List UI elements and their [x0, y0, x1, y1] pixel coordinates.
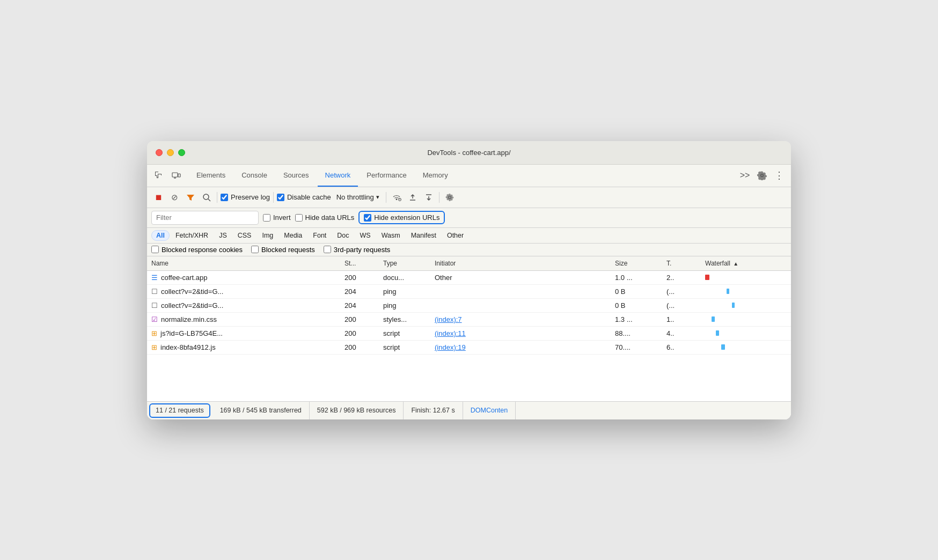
waterfall-bar: [721, 344, 725, 350]
tab-performance[interactable]: Performance: [359, 164, 414, 187]
filter-input[interactable]: [151, 211, 259, 225]
hide-extension-urls-group[interactable]: Hide extension URLs: [358, 211, 445, 224]
svg-point-11: [203, 194, 209, 200]
type-filter-all[interactable]: All: [151, 230, 170, 241]
filter-button[interactable]: [184, 190, 197, 204]
blocked-response-cookies-checkbox[interactable]: [151, 246, 159, 253]
type-filter-ws[interactable]: WS: [355, 230, 376, 241]
third-party-requests-checkbox[interactable]: [324, 246, 331, 253]
network-settings-icon[interactable]: [443, 190, 457, 204]
table-header: Name St... Type Initiator Size T. Waterf…: [147, 256, 791, 271]
css-icon: ☑: [151, 315, 158, 323]
tab-elements[interactable]: Elements: [189, 164, 233, 187]
svg-rect-9: [178, 174, 180, 177]
download-button[interactable]: [422, 190, 436, 204]
type-filter-img[interactable]: Img: [257, 230, 278, 241]
throttle-dropdown[interactable]: No throttling ▾: [333, 192, 383, 202]
waterfall-cell: [705, 344, 787, 350]
script-icon: ⊞: [151, 329, 157, 337]
wifi-settings-icon[interactable]: [390, 190, 404, 204]
checkbox-icon: ☐: [151, 301, 158, 310]
waterfall-cell: [705, 303, 787, 308]
window-title: DevTools - coffee-cart.app/: [427, 149, 510, 157]
col-header-initiator[interactable]: Initiator: [430, 256, 611, 271]
tab-memory[interactable]: Memory: [415, 164, 456, 187]
third-party-requests-group[interactable]: 3rd-party requests: [324, 246, 391, 254]
title-bar: DevTools - coffee-cart.app/: [147, 141, 791, 165]
name-cell: ☐ collect?v=2&tid=G...: [151, 301, 336, 310]
name-cell: ☰ coffee-cart.app: [151, 274, 336, 282]
devtools-body: Elements Console Sources Network Perform…: [147, 165, 791, 419]
cursor-icon[interactable]: [151, 168, 166, 183]
type-filter-wasm[interactable]: Wasm: [377, 230, 405, 241]
col-header-waterfall[interactable]: Waterfall ▲: [701, 256, 791, 271]
toolbar-separator-4: [439, 192, 439, 203]
type-filter-manifest[interactable]: Manifest: [406, 230, 441, 241]
tab-icon-group: [151, 168, 184, 183]
blocked-response-cookies-group[interactable]: Blocked response cookies: [151, 246, 243, 254]
settings-icon[interactable]: [754, 168, 770, 183]
more-tabs-button[interactable]: >>: [737, 168, 752, 183]
tab-network[interactable]: Network: [318, 164, 358, 187]
col-header-name[interactable]: Name: [147, 256, 340, 271]
disable-cache-group[interactable]: Disable cache: [277, 193, 331, 201]
invert-checkbox[interactable]: [263, 214, 270, 222]
col-header-time[interactable]: T.: [662, 256, 701, 271]
preserve-log-group[interactable]: Preserve log: [221, 193, 270, 201]
hide-extension-urls-checkbox[interactable]: [364, 214, 371, 222]
blocked-requests-group[interactable]: Blocked requests: [251, 246, 315, 254]
toolbar-separator-2: [273, 192, 274, 203]
tab-console[interactable]: Console: [234, 164, 275, 187]
initiator-link[interactable]: (index):19: [435, 343, 466, 351]
checkbox-icon: ☐: [151, 288, 158, 296]
record-button[interactable]: ⏹: [151, 190, 165, 204]
maximize-button[interactable]: [178, 149, 185, 156]
status-bar: 11 / 21 requests 169 kB / 545 kB transfe…: [147, 401, 791, 419]
search-button[interactable]: [200, 190, 214, 204]
svg-rect-7: [161, 174, 162, 175]
initiator-link[interactable]: (index):7: [435, 315, 462, 323]
type-filter-font[interactable]: Font: [308, 230, 331, 241]
type-filter-fetch-xhr[interactable]: Fetch/XHR: [171, 230, 213, 241]
clear-button[interactable]: ⊘: [167, 190, 181, 204]
invert-group[interactable]: Invert: [263, 213, 291, 222]
upload-button[interactable]: [406, 190, 420, 204]
table-row[interactable]: ⊞ js?id=G-LB75G4E... 200 script (index):…: [147, 326, 791, 340]
transferred-status: 169 kB / 545 kB transferred: [212, 402, 310, 419]
device-icon[interactable]: [168, 168, 184, 183]
hide-data-urls-checkbox[interactable]: [295, 214, 303, 222]
tab-sources[interactable]: Sources: [276, 164, 317, 187]
blocked-requests-checkbox[interactable]: [251, 246, 259, 253]
disable-cache-checkbox[interactable]: [277, 194, 284, 201]
type-filter-css[interactable]: CSS: [233, 230, 257, 241]
minimize-button[interactable]: [167, 149, 174, 156]
table-row[interactable]: ☐ collect?v=2&tid=G... 204 ping 0 B (...: [147, 298, 791, 312]
initiator-link[interactable]: (index):11: [435, 329, 466, 337]
table-row[interactable]: ☐ collect?v=2&tid=G... 204 ping 0 B (...: [147, 284, 791, 298]
col-header-status[interactable]: St...: [340, 256, 379, 271]
type-filter-js[interactable]: JS: [214, 230, 232, 241]
more-options-icon[interactable]: ⋮: [772, 168, 787, 183]
svg-point-15: [399, 200, 400, 200]
waterfall-cell: [705, 275, 787, 280]
preserve-log-checkbox[interactable]: [221, 194, 228, 201]
svg-line-12: [208, 199, 210, 201]
hide-data-urls-group[interactable]: Hide data URLs: [295, 213, 355, 222]
table-row[interactable]: ☰ coffee-cart.app 200 docu... Other 1.0 …: [147, 270, 791, 284]
chevron-down-icon: ▾: [376, 194, 379, 201]
type-filter-media[interactable]: Media: [279, 230, 307, 241]
type-filter-other[interactable]: Other: [442, 230, 468, 241]
network-table-container[interactable]: Name St... Type Initiator Size T. Waterf…: [147, 256, 791, 401]
table-row[interactable]: ☑ normalize.min.css 200 styles... (index…: [147, 312, 791, 326]
table-row[interactable]: ⊞ index-8bfa4912.js 200 script (index):1…: [147, 340, 791, 354]
svg-rect-1: [155, 172, 156, 176]
name-cell: ⊞ index-8bfa4912.js: [151, 343, 336, 351]
type-filter-doc[interactable]: Doc: [332, 230, 354, 241]
col-header-type[interactable]: Type: [379, 256, 430, 271]
close-button[interactable]: [156, 149, 163, 156]
sort-arrow-icon: ▲: [733, 261, 738, 267]
requests-status: 11 / 21 requests: [149, 403, 210, 418]
svg-rect-8: [172, 173, 178, 177]
col-header-size[interactable]: Size: [611, 256, 662, 271]
toolbar-separator-1: [217, 192, 217, 203]
